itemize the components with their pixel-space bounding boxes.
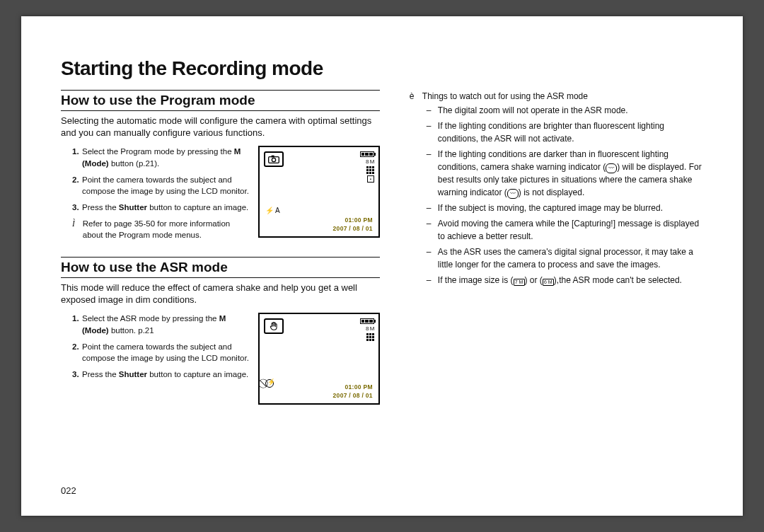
dash-icon: – <box>427 148 434 199</box>
asr-heading: How to use the ASR mode <box>61 257 380 278</box>
svg-rect-1 <box>271 156 274 158</box>
asr-s3-b: Shutter <box>119 370 147 378</box>
list-item: –As the ASR uses the camera's digital si… <box>427 245 703 271</box>
note-text: Refer to page 35-50 for more information… <box>83 218 251 241</box>
program-note: Ì Refer to page 35-50 for more informati… <box>72 218 251 241</box>
quality-icon <box>366 333 374 341</box>
step-number: 2. <box>72 174 82 197</box>
battery-icon <box>360 151 374 157</box>
asr-mode-icon <box>264 318 284 334</box>
list-text: If the image size is (7 M) or (6 M),the … <box>438 274 682 287</box>
note-bullet-icon: Ì <box>72 218 79 241</box>
list-text: If the lighting conditions are brighter … <box>438 120 703 145</box>
step-number: 2. <box>72 341 82 364</box>
program-heading: How to use the Program mode <box>61 90 380 111</box>
list-item: –If the subject is moving, the captured … <box>427 202 703 214</box>
step-number: 1. <box>72 313 82 336</box>
step-3-c: button to capture an image. <box>147 203 248 212</box>
lcd-date: 2007 / 08 / 01 <box>333 392 373 399</box>
bullet-icon: è <box>410 91 417 101</box>
step-text: Press the Shutter button to capture an i… <box>82 202 251 214</box>
list-item: – If the lighting conditions are darker … <box>427 148 703 199</box>
program-lcd: 8 M ▪ ⚡ A 01:00 PM 2007 / 08 / 01 <box>258 146 380 238</box>
list-text: As the ASR uses the camera's digital sig… <box>438 245 703 271</box>
step-text: Press the Shutter button to capture an i… <box>82 369 251 381</box>
program-mode-icon <box>264 151 284 167</box>
program-intro: Selecting the automatic mode will config… <box>61 115 380 139</box>
content-columns: How to use the Program mode Selecting th… <box>61 90 703 405</box>
asr-step-1: 1. Select the ASR mode by pressing the M… <box>72 313 251 336</box>
metering-icon: ▪ <box>367 175 374 183</box>
quality-icon <box>366 166 374 174</box>
program-steps: 1. Select the Program mode by pressing t… <box>61 146 251 241</box>
lcd-date: 2007 / 08 / 01 <box>333 225 373 232</box>
dash-icon: – <box>427 202 434 214</box>
step-3-b: Shutter <box>119 203 147 212</box>
no-flash-icon: ⚡⃠ <box>265 379 274 388</box>
asr-s3-c: button to capture an image. <box>147 370 248 378</box>
dash-icon: – <box>427 120 434 145</box>
resolution-label: 8 M <box>366 158 374 165</box>
dash-icon: – <box>427 274 434 287</box>
i7-b: ) or ( <box>525 275 543 285</box>
list-text: If the lighting conditions are darker th… <box>438 148 703 199</box>
program-step-block: 1. Select the Program mode by pressing t… <box>61 146 380 241</box>
flash-auto-icon: ⚡ A <box>265 207 280 214</box>
battery-icon <box>360 318 374 324</box>
dash-icon: – <box>427 217 434 243</box>
step-3-a: Press the <box>82 203 119 212</box>
list-item: –The digital zoom will not operate in th… <box>427 104 703 117</box>
asr-notes-intro: è Things to watch out for using the ASR … <box>410 91 703 101</box>
lcd-time: 01:00 PM <box>345 216 373 224</box>
program-step-2: 2. Point the camera towards the subject … <box>72 174 251 197</box>
hand-icon <box>268 321 279 331</box>
asr-section: How to use the ASR mode This mode will r… <box>61 257 380 405</box>
list-item: – If the image size is (7 M) or (6 M),th… <box>427 274 703 287</box>
asr-notes-intro-text: Things to watch out for using the ASR mo… <box>422 91 588 101</box>
step-number: 1. <box>72 146 82 169</box>
asr-step-2: 2. Point the camera towards the subject … <box>72 341 251 364</box>
asr-step-3: 3. Press the Shutter button to capture a… <box>72 369 251 381</box>
asr-s1-a: Select the ASR mode by pressing the <box>82 314 219 323</box>
list-item: –If the lighting conditions are brighter… <box>427 120 703 145</box>
resolution-label: 8 M <box>366 325 374 332</box>
page-title: Starting the Recording mode <box>61 57 703 80</box>
program-step-3: 3. Press the Shutter button to capture a… <box>72 202 251 214</box>
step-text: Point the camera towards the subject and… <box>82 341 251 364</box>
list-text: The digital zoom will not operate in the… <box>438 104 628 117</box>
page-number: 022 <box>61 485 76 496</box>
program-step-1: 1. Select the Program mode by pressing t… <box>72 146 251 169</box>
step-1-a: Select the Program mode by pressing the <box>82 147 234 156</box>
asr-s3-a: Press the <box>82 370 119 378</box>
dash-icon: – <box>427 245 434 271</box>
left-column: How to use the Program mode Selecting th… <box>61 90 380 405</box>
step-number: 3. <box>72 202 82 214</box>
asr-s1-c: button. p.21 <box>109 326 154 335</box>
shake-indicator-icon: 〰 <box>507 189 519 199</box>
step-text: Select the ASR mode by pressing the M (M… <box>82 313 251 336</box>
step-number: 3. <box>72 369 82 381</box>
i3-c: ) is not displayed. <box>519 187 584 197</box>
i7-a: If the image size is ( <box>438 275 514 285</box>
asr-step-block: 1. Select the ASR mode by pressing the M… <box>61 313 380 405</box>
right-column: è Things to watch out for using the ASR … <box>410 90 703 405</box>
asr-intro: This mode will reduce the effect of came… <box>61 282 380 306</box>
asr-lcd: 8 M ⚡⃠ 01:00 PM 2007 / 08 / 01 <box>258 313 380 405</box>
list-text: If the subject is moving, the captured i… <box>438 202 663 214</box>
i7-c: ),the ASR mode can't be selected. <box>554 275 682 285</box>
image-size-7m-icon: 7 M <box>514 279 525 286</box>
step-text: Select the Program mode by pressing the … <box>82 146 251 169</box>
list-text: Avoid moving the camera while the [Captu… <box>438 217 703 243</box>
dash-icon: – <box>427 104 434 117</box>
asr-notes-list: –The digital zoom will not operate in th… <box>410 104 703 287</box>
svg-point-2 <box>272 158 275 162</box>
lcd-time: 01:00 PM <box>345 383 373 391</box>
step-1-c: button (p.21). <box>109 159 160 168</box>
image-size-6m-icon: 6 M <box>543 279 554 286</box>
list-item: –Avoid moving the camera while the [Capt… <box>427 217 703 243</box>
manual-page: Starting the Recording mode How to use t… <box>21 16 743 516</box>
step-text: Point the camera towards the subject and… <box>82 174 251 197</box>
shake-indicator-icon: 〰 <box>606 163 617 173</box>
camera-icon <box>268 155 279 163</box>
asr-steps: 1. Select the ASR mode by pressing the M… <box>61 313 251 405</box>
